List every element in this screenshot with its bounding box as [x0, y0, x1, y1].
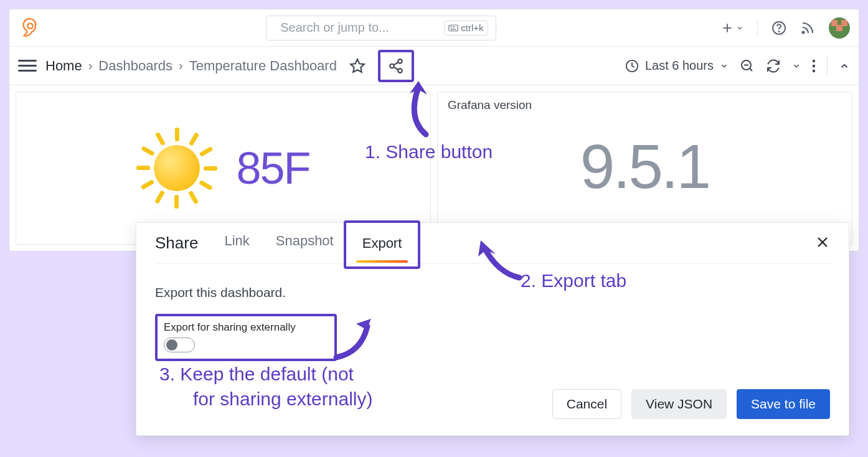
svg-marker-13: [351, 59, 364, 72]
grafana-logo[interactable]: [18, 17, 40, 39]
toggle-label: Export for sharing externally: [164, 321, 328, 334]
temperature-value: 85F: [236, 143, 309, 194]
sun-icon: [136, 128, 217, 209]
close-icon: [815, 235, 830, 250]
search-icon: [274, 21, 275, 35]
modal-tabs: Link Snapshot Export: [224, 222, 404, 265]
refresh-interval-button[interactable]: [792, 62, 801, 70]
version-value: 9.5.1: [448, 131, 842, 202]
toggle-knob: [166, 339, 177, 351]
panel-version-title: Grafana version: [448, 98, 842, 112]
search-input[interactable]: [280, 21, 438, 35]
chevron-right-icon: ›: [179, 59, 183, 73]
chevron-down-icon: [736, 24, 743, 32]
close-button[interactable]: [815, 233, 830, 254]
news-button[interactable]: [800, 21, 815, 35]
breadcrumb-current: Temperature Dashboard: [189, 58, 337, 74]
share-button-highlight: [378, 50, 414, 82]
svg-point-14: [398, 59, 402, 64]
svg-line-17: [394, 62, 398, 65]
modal-title: Share: [155, 233, 198, 253]
plus-icon: [721, 22, 734, 34]
share-modal: Share Link Snapshot Export Export this d…: [136, 222, 849, 436]
view-json-button[interactable]: View JSON: [631, 389, 727, 419]
svg-point-24: [813, 64, 815, 67]
svg-point-11: [778, 31, 779, 31]
tab-link[interactable]: Link: [224, 222, 249, 265]
zoom-out-button[interactable]: [740, 59, 755, 73]
breadcrumb-home[interactable]: Home: [45, 58, 82, 74]
avatar[interactable]: [829, 17, 850, 39]
search-kbd: ctrl+k: [444, 21, 488, 35]
time-picker[interactable]: Last 6 hours: [625, 59, 729, 73]
toggle-group-highlight: Export for sharing externally: [155, 314, 337, 361]
modal-description: Export this dashboard.: [155, 285, 830, 300]
svg-point-12: [803, 31, 804, 33]
breadcrumb-dashboards[interactable]: Dashboards: [98, 58, 172, 74]
more-button[interactable]: [812, 59, 816, 73]
zoom-out-icon: [740, 59, 755, 73]
chevron-up-icon: [839, 60, 850, 72]
tab-export[interactable]: Export: [362, 224, 402, 263]
refresh-button[interactable]: [766, 59, 781, 73]
subheader: Home › Dashboards › Temperature Dashboar…: [9, 47, 859, 85]
modal-header: Share Link Snapshot Export: [155, 223, 830, 264]
refresh-icon: [766, 59, 781, 73]
svg-point-23: [813, 59, 815, 62]
share-icon: [388, 58, 404, 74]
svg-point-15: [390, 64, 394, 68]
collapse-button[interactable]: [839, 60, 850, 72]
svg-point-16: [398, 68, 402, 73]
rss-icon: [800, 21, 815, 35]
export-externally-toggle[interactable]: [164, 337, 195, 352]
tab-snapshot[interactable]: Snapshot: [276, 222, 334, 265]
modal-body: Export this dashboard. Export for sharin…: [155, 264, 830, 361]
search-box[interactable]: ctrl+k: [266, 16, 496, 40]
save-to-file-button[interactable]: Save to file: [737, 389, 830, 419]
chevron-down-icon: [720, 62, 729, 70]
add-button[interactable]: [721, 22, 743, 34]
menu-toggle[interactable]: [18, 57, 37, 75]
modal-footer: Cancel View JSON Save to file: [552, 389, 830, 419]
divider: [827, 57, 828, 75]
grafana-window: ctrl+k Home › Dashboards › Temperatu: [9, 9, 859, 252]
help-icon: [771, 21, 786, 35]
svg-point-25: [813, 69, 815, 72]
clock-icon: [625, 59, 639, 73]
star-icon: [349, 58, 366, 74]
topbar-right: [721, 17, 850, 39]
chevron-right-icon: ›: [88, 59, 93, 73]
svg-line-21: [750, 68, 752, 71]
time-range-label: Last 6 hours: [645, 59, 714, 73]
kebab-icon: [812, 59, 816, 73]
topbar: ctrl+k: [9, 9, 859, 47]
chevron-down-icon: [792, 62, 801, 70]
svg-line-18: [394, 67, 398, 69]
favorite-button[interactable]: [346, 54, 369, 78]
subheader-right: Last 6 hours: [625, 57, 850, 75]
share-button[interactable]: [384, 54, 408, 78]
cancel-button[interactable]: Cancel: [552, 389, 621, 419]
breadcrumb: Home › Dashboards › Temperature Dashboar…: [45, 58, 337, 74]
help-button[interactable]: [771, 21, 786, 35]
tab-export-highlight: Export: [344, 220, 421, 269]
